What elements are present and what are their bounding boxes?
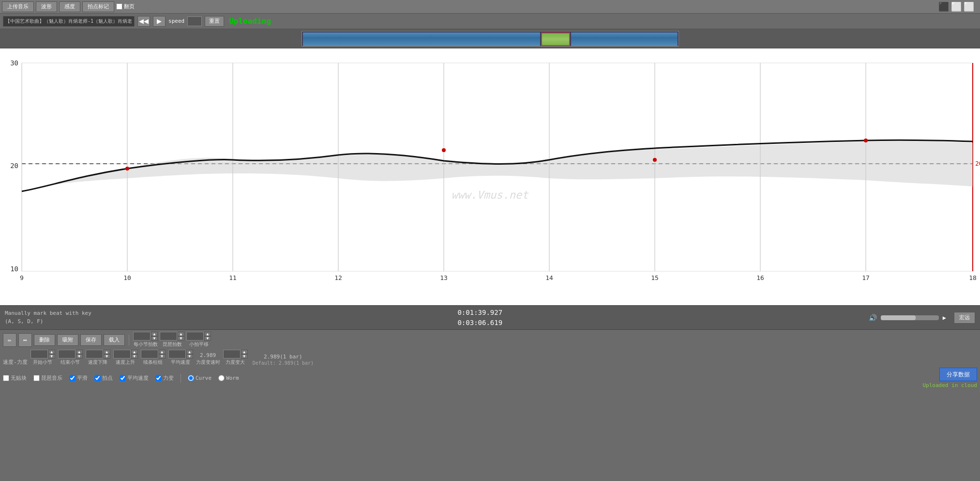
curve-radio[interactable] [188, 375, 194, 381]
start-beat-input[interactable]: 0 [160, 332, 177, 341]
force-time-value: 2.989 [200, 352, 216, 358]
flat-checkbox[interactable] [69, 375, 75, 381]
force-max-up[interactable]: ▲ [241, 350, 248, 354]
avg-speed2-group: 平均速度 [120, 374, 149, 382]
start-beat-down[interactable]: ▼ [178, 336, 184, 341]
beat-label: 拍点 [102, 374, 113, 382]
volume-fill [881, 315, 916, 320]
after-down[interactable]: ▼ [159, 354, 166, 358]
per-beat-down[interactable]: ▼ [151, 336, 158, 341]
avg-speed-input[interactable]: 20 [168, 350, 186, 358]
per-beat-spins: ▲ ▼ [151, 332, 158, 341]
avg-speed2-checkbox[interactable] [120, 375, 126, 381]
delete-btn[interactable]: 删除 [34, 334, 55, 346]
open-bar-down[interactable]: ▼ [48, 354, 55, 358]
svg-text:15: 15 [651, 274, 659, 281]
flat-label: 平滑 [77, 374, 88, 382]
worm-label: Worm [226, 375, 239, 381]
svg-text:16: 16 [756, 274, 764, 281]
per-beat-up[interactable]: ▲ [151, 332, 158, 336]
absorb-btn[interactable]: 吸附 [57, 334, 78, 346]
end-bar-down[interactable]: ▼ [76, 354, 83, 358]
small-beat-spins: ▲ ▼ [204, 332, 211, 341]
svg-point-30 [653, 158, 657, 162]
worm-radio-group: Worm [218, 375, 239, 381]
chart-svg: 30 20 10 9 10 11 12 13 14 15 16 17 18 [0, 48, 980, 305]
volume-icon: 🔊 [869, 314, 877, 322]
open-bar-input[interactable]: 9 [30, 350, 48, 358]
flip-checkbox-group: 翻页 [116, 3, 135, 10]
beat-checkbox[interactable] [94, 375, 101, 381]
upload-music-btn[interactable]: 上传音乐 [2, 1, 34, 12]
start-beat-group: 0 ▲ ▼ 琵琶拍数 [160, 332, 184, 348]
speed-up-up[interactable]: ▲ [131, 350, 138, 354]
share-data-btn[interactable]: 分享数据 [939, 368, 977, 381]
settings-btn[interactable]: 宏远 [954, 312, 975, 324]
speed-up-group: 30 ▲ ▼ 速度上升 [113, 350, 138, 366]
move-tool-btn[interactable]: ↔ [18, 333, 32, 347]
draw-tool-btn[interactable]: ✏ [3, 333, 16, 347]
play-btn[interactable]: ▶ [153, 16, 166, 27]
reset-btn[interactable]: 重置 [205, 16, 224, 27]
curve-radio-group: Curve [188, 375, 211, 381]
no-audio-group: 无贴块 [3, 374, 27, 382]
flip-label: 翻页 [124, 3, 135, 10]
small-beat-input[interactable]: 0 [186, 332, 204, 341]
small-beat-up[interactable]: ▲ [204, 332, 211, 336]
force-group: 力变 [155, 374, 174, 382]
save-btn[interactable]: 保存 [80, 334, 102, 346]
volume-slider[interactable] [881, 315, 939, 320]
second-toolbar: 【中国艺术歌曲】（魅人歌）肖炳老师-1（魅人歌）肖炳老 ◀◀ ▶ speed 1… [0, 14, 980, 29]
volume-arrow: ▶ [943, 314, 946, 321]
uploaded-label: Uploaded in cloud [922, 382, 977, 388]
avg-speed-down[interactable]: ▼ [186, 354, 193, 358]
avg-speed-spins: ▲ ▼ [186, 350, 193, 358]
prev-btn[interactable]: ◀◀ [137, 16, 150, 27]
curve-label: Curve [196, 375, 211, 381]
avg-speed-label: 平均速度 [171, 359, 190, 366]
speed-down-spins: ▲ ▼ [104, 350, 110, 358]
end-bar-input[interactable]: 35 [58, 350, 75, 358]
flip-checkbox[interactable] [116, 3, 122, 10]
icon-3: ⬜ [964, 1, 974, 12]
per-beat-input[interactable]: 1 [133, 332, 151, 341]
speed-down-input[interactable]: 10 [86, 350, 103, 358]
no-audio-checkbox[interactable] [3, 375, 9, 381]
speed-up-spins: ▲ ▼ [131, 350, 138, 358]
beat-mark-btn[interactable]: 拍点标记 [82, 1, 114, 12]
waveform-btn[interactable]: 波形 [36, 1, 57, 12]
force-max-input[interactable]: 4 [223, 350, 241, 358]
small-beat-down[interactable]: ▼ [204, 336, 211, 341]
speed-input[interactable]: 1 [187, 16, 202, 26]
speed-down-up[interactable]: ▲ [104, 350, 110, 354]
sensitivity-btn[interactable]: 感度 [59, 1, 80, 12]
start-beat-up[interactable]: ▲ [178, 332, 184, 336]
hint-line1: Manually mark beat with key [5, 310, 91, 318]
waveform-selected [541, 32, 570, 46]
speed-force-label: 速度-力度 [3, 358, 28, 366]
load-btn[interactable]: 载入 [104, 334, 125, 346]
after-group: 3 ▲ ▼ 续条柱组 [141, 350, 166, 366]
after-up[interactable]: ▲ [159, 350, 166, 354]
avg-speed-up[interactable]: ▲ [186, 350, 193, 354]
worm-radio[interactable] [218, 375, 225, 381]
speed-down-label: 速度下降 [88, 359, 107, 366]
after-input[interactable]: 3 [141, 350, 158, 358]
force-checkbox[interactable] [155, 375, 162, 381]
svg-text:18: 18 [969, 274, 977, 281]
speed-label: speed [168, 18, 184, 24]
open-bar-up[interactable]: ▲ [48, 350, 55, 354]
waveform-bar [0, 29, 980, 48]
separator-1 [129, 335, 129, 345]
loop-music-checkbox[interactable] [33, 375, 40, 381]
waveform-display[interactable] [302, 31, 679, 47]
force-max-down[interactable]: ▼ [241, 354, 248, 358]
main-chart[interactable]: 30 20 10 9 10 11 12 13 14 15 16 17 18 [0, 48, 980, 305]
end-bar-up[interactable]: ▲ [76, 350, 83, 354]
end-bar-label: 结束小节 [60, 359, 80, 366]
time-current: 0:01:39.927 [457, 308, 502, 318]
force-label: 力变 [163, 374, 174, 382]
speed-up-down[interactable]: ▼ [131, 354, 138, 358]
speed-up-input[interactable]: 30 [113, 350, 131, 358]
speed-down-down[interactable]: ▼ [104, 354, 110, 358]
